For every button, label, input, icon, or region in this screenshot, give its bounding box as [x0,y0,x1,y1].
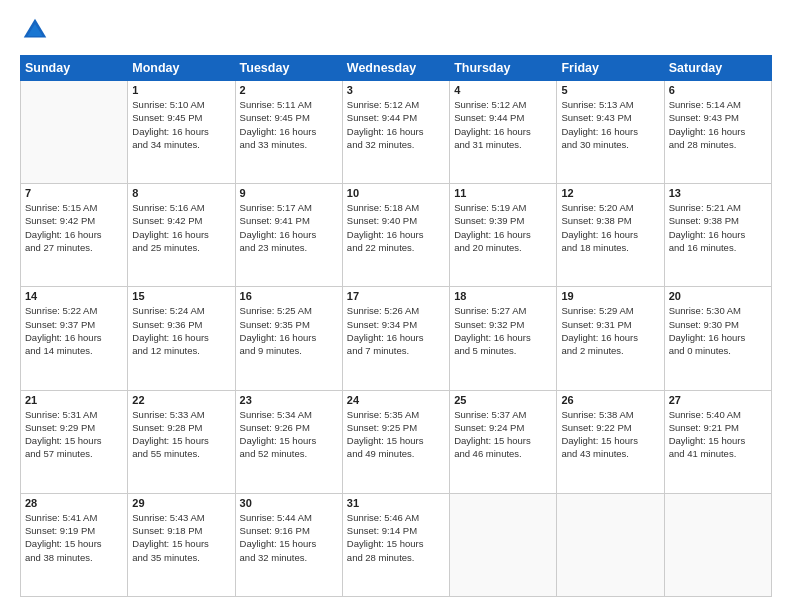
day-number: 18 [454,290,552,302]
day-number: 12 [561,187,659,199]
day-header-sunday: Sunday [21,56,128,81]
calendar-header-row: SundayMondayTuesdayWednesdayThursdayFrid… [21,56,772,81]
day-info: Sunrise: 5:44 AM Sunset: 9:16 PM Dayligh… [240,511,338,564]
day-number: 9 [240,187,338,199]
calendar-cell: 7Sunrise: 5:15 AM Sunset: 9:42 PM Daylig… [21,184,128,287]
day-number: 11 [454,187,552,199]
calendar-cell [21,81,128,184]
day-number: 5 [561,84,659,96]
calendar-cell: 31Sunrise: 5:46 AM Sunset: 9:14 PM Dayli… [342,493,449,596]
calendar-cell: 29Sunrise: 5:43 AM Sunset: 9:18 PM Dayli… [128,493,235,596]
calendar-cell: 12Sunrise: 5:20 AM Sunset: 9:38 PM Dayli… [557,184,664,287]
day-number: 26 [561,394,659,406]
calendar-cell: 5Sunrise: 5:13 AM Sunset: 9:43 PM Daylig… [557,81,664,184]
day-info: Sunrise: 5:33 AM Sunset: 9:28 PM Dayligh… [132,408,230,461]
day-info: Sunrise: 5:16 AM Sunset: 9:42 PM Dayligh… [132,201,230,254]
calendar-cell: 22Sunrise: 5:33 AM Sunset: 9:28 PM Dayli… [128,390,235,493]
day-info: Sunrise: 5:14 AM Sunset: 9:43 PM Dayligh… [669,98,767,151]
calendar-cell: 26Sunrise: 5:38 AM Sunset: 9:22 PM Dayli… [557,390,664,493]
day-info: Sunrise: 5:12 AM Sunset: 9:44 PM Dayligh… [454,98,552,151]
calendar-cell: 30Sunrise: 5:44 AM Sunset: 9:16 PM Dayli… [235,493,342,596]
day-number: 16 [240,290,338,302]
day-number: 2 [240,84,338,96]
logo [20,15,54,45]
day-number: 20 [669,290,767,302]
calendar-cell: 13Sunrise: 5:21 AM Sunset: 9:38 PM Dayli… [664,184,771,287]
day-info: Sunrise: 5:13 AM Sunset: 9:43 PM Dayligh… [561,98,659,151]
day-number: 15 [132,290,230,302]
day-number: 7 [25,187,123,199]
day-info: Sunrise: 5:26 AM Sunset: 9:34 PM Dayligh… [347,304,445,357]
day-info: Sunrise: 5:31 AM Sunset: 9:29 PM Dayligh… [25,408,123,461]
day-info: Sunrise: 5:10 AM Sunset: 9:45 PM Dayligh… [132,98,230,151]
calendar-cell: 6Sunrise: 5:14 AM Sunset: 9:43 PM Daylig… [664,81,771,184]
day-number: 22 [132,394,230,406]
day-info: Sunrise: 5:18 AM Sunset: 9:40 PM Dayligh… [347,201,445,254]
calendar-cell: 10Sunrise: 5:18 AM Sunset: 9:40 PM Dayli… [342,184,449,287]
day-number: 17 [347,290,445,302]
day-info: Sunrise: 5:34 AM Sunset: 9:26 PM Dayligh… [240,408,338,461]
calendar-table: SundayMondayTuesdayWednesdayThursdayFrid… [20,55,772,597]
day-number: 3 [347,84,445,96]
day-number: 4 [454,84,552,96]
calendar-cell: 25Sunrise: 5:37 AM Sunset: 9:24 PM Dayli… [450,390,557,493]
day-number: 21 [25,394,123,406]
calendar-cell: 19Sunrise: 5:29 AM Sunset: 9:31 PM Dayli… [557,287,664,390]
calendar-cell: 15Sunrise: 5:24 AM Sunset: 9:36 PM Dayli… [128,287,235,390]
calendar-cell: 2Sunrise: 5:11 AM Sunset: 9:45 PM Daylig… [235,81,342,184]
day-info: Sunrise: 5:27 AM Sunset: 9:32 PM Dayligh… [454,304,552,357]
calendar-cell: 28Sunrise: 5:41 AM Sunset: 9:19 PM Dayli… [21,493,128,596]
day-number: 31 [347,497,445,509]
day-header-wednesday: Wednesday [342,56,449,81]
day-header-friday: Friday [557,56,664,81]
day-info: Sunrise: 5:43 AM Sunset: 9:18 PM Dayligh… [132,511,230,564]
day-info: Sunrise: 5:35 AM Sunset: 9:25 PM Dayligh… [347,408,445,461]
calendar-cell: 3Sunrise: 5:12 AM Sunset: 9:44 PM Daylig… [342,81,449,184]
calendar-cell: 17Sunrise: 5:26 AM Sunset: 9:34 PM Dayli… [342,287,449,390]
day-info: Sunrise: 5:41 AM Sunset: 9:19 PM Dayligh… [25,511,123,564]
day-number: 6 [669,84,767,96]
day-info: Sunrise: 5:24 AM Sunset: 9:36 PM Dayligh… [132,304,230,357]
calendar-cell [664,493,771,596]
day-header-saturday: Saturday [664,56,771,81]
week-row-4: 21Sunrise: 5:31 AM Sunset: 9:29 PM Dayli… [21,390,772,493]
calendar-cell: 27Sunrise: 5:40 AM Sunset: 9:21 PM Dayli… [664,390,771,493]
day-info: Sunrise: 5:29 AM Sunset: 9:31 PM Dayligh… [561,304,659,357]
page: SundayMondayTuesdayWednesdayThursdayFrid… [0,0,792,612]
day-info: Sunrise: 5:25 AM Sunset: 9:35 PM Dayligh… [240,304,338,357]
calendar-cell: 11Sunrise: 5:19 AM Sunset: 9:39 PM Dayli… [450,184,557,287]
day-number: 8 [132,187,230,199]
calendar-cell: 4Sunrise: 5:12 AM Sunset: 9:44 PM Daylig… [450,81,557,184]
day-info: Sunrise: 5:19 AM Sunset: 9:39 PM Dayligh… [454,201,552,254]
day-number: 10 [347,187,445,199]
calendar-cell [450,493,557,596]
calendar-cell: 18Sunrise: 5:27 AM Sunset: 9:32 PM Dayli… [450,287,557,390]
calendar-cell: 21Sunrise: 5:31 AM Sunset: 9:29 PM Dayli… [21,390,128,493]
day-info: Sunrise: 5:15 AM Sunset: 9:42 PM Dayligh… [25,201,123,254]
day-number: 23 [240,394,338,406]
day-number: 13 [669,187,767,199]
day-header-tuesday: Tuesday [235,56,342,81]
day-info: Sunrise: 5:38 AM Sunset: 9:22 PM Dayligh… [561,408,659,461]
day-number: 1 [132,84,230,96]
day-info: Sunrise: 5:12 AM Sunset: 9:44 PM Dayligh… [347,98,445,151]
day-number: 28 [25,497,123,509]
day-info: Sunrise: 5:22 AM Sunset: 9:37 PM Dayligh… [25,304,123,357]
day-header-thursday: Thursday [450,56,557,81]
header [20,15,772,45]
day-number: 19 [561,290,659,302]
day-info: Sunrise: 5:21 AM Sunset: 9:38 PM Dayligh… [669,201,767,254]
week-row-5: 28Sunrise: 5:41 AM Sunset: 9:19 PM Dayli… [21,493,772,596]
calendar-cell: 20Sunrise: 5:30 AM Sunset: 9:30 PM Dayli… [664,287,771,390]
day-info: Sunrise: 5:20 AM Sunset: 9:38 PM Dayligh… [561,201,659,254]
week-row-2: 7Sunrise: 5:15 AM Sunset: 9:42 PM Daylig… [21,184,772,287]
logo-icon [20,15,50,45]
day-number: 25 [454,394,552,406]
day-info: Sunrise: 5:46 AM Sunset: 9:14 PM Dayligh… [347,511,445,564]
calendar-cell: 16Sunrise: 5:25 AM Sunset: 9:35 PM Dayli… [235,287,342,390]
week-row-3: 14Sunrise: 5:22 AM Sunset: 9:37 PM Dayli… [21,287,772,390]
day-number: 24 [347,394,445,406]
calendar-cell: 1Sunrise: 5:10 AM Sunset: 9:45 PM Daylig… [128,81,235,184]
calendar-cell: 14Sunrise: 5:22 AM Sunset: 9:37 PM Dayli… [21,287,128,390]
day-number: 14 [25,290,123,302]
